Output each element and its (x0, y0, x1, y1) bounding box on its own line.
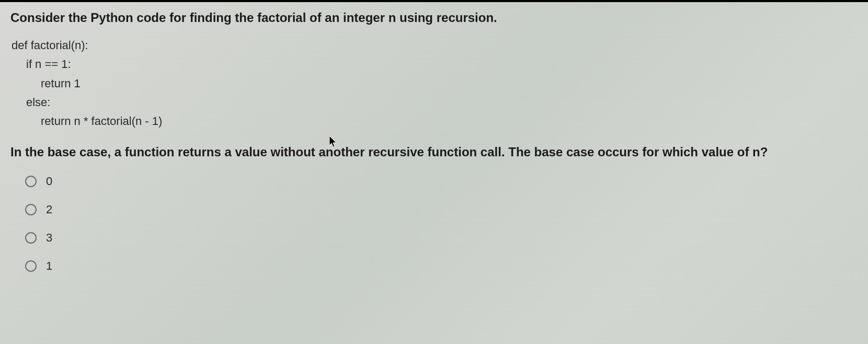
option-row-0[interactable]: 0 (25, 175, 858, 188)
question-sub: In the base case, a function returns a v… (10, 144, 858, 160)
code-line-3: return 1 (12, 74, 858, 93)
radio-icon[interactable] (25, 260, 37, 272)
option-label: 1 (46, 259, 52, 273)
radio-icon[interactable] (25, 204, 37, 215)
code-line-5: return n * factorial(n - 1) (12, 112, 858, 131)
option-label: 0 (46, 175, 52, 188)
option-row-2[interactable]: 3 (25, 231, 858, 245)
radio-icon[interactable] (25, 176, 37, 187)
option-label: 3 (46, 231, 52, 245)
question-title: Consider the Python code for finding the… (10, 9, 858, 26)
radio-icon[interactable] (25, 232, 37, 244)
option-label: 2 (46, 203, 52, 216)
options-list: 0 2 3 1 (25, 175, 858, 273)
option-row-3[interactable]: 1 (25, 259, 858, 273)
code-block: def factorial(n): if n == 1: return 1 el… (12, 36, 858, 131)
code-line-4: else: (12, 93, 858, 112)
code-line-1: def factorial(n): (12, 36, 858, 55)
code-line-2: if n == 1: (12, 55, 858, 74)
option-row-1[interactable]: 2 (25, 203, 858, 216)
